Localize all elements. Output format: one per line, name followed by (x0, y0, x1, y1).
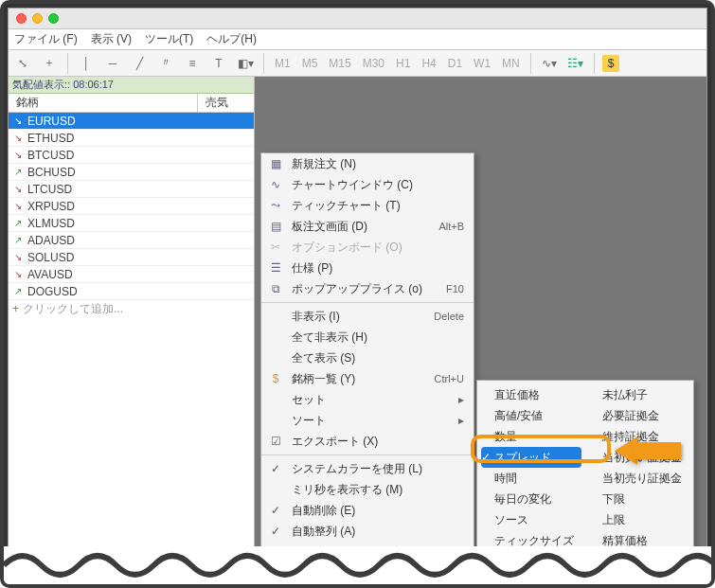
tf-m30[interactable]: M30 (360, 57, 387, 70)
sub-daily-change[interactable]: 毎日の変化 (477, 489, 585, 509)
ctx-sort[interactable]: ソート ▸ (261, 410, 474, 431)
tf-m1[interactable]: M1 (272, 57, 294, 70)
symbol-row-bchusd[interactable]: ↗BCHUSD (9, 164, 254, 181)
cursor-icon[interactable]: ⤡ (12, 53, 33, 74)
symbol-row-ethusd[interactable]: ↘ETHUSD (9, 130, 254, 147)
zoom-icon[interactable] (48, 13, 59, 24)
spec-icon: ☰ (267, 261, 284, 275)
text-icon[interactable]: T (208, 53, 229, 74)
channel-icon[interactable]: 〃 (155, 53, 176, 74)
vline-icon[interactable]: │ (76, 53, 97, 74)
sub-accrued-interest[interactable]: 未払利子 (585, 384, 693, 405)
sub-init-sell-label: 当初売り証拠金 (602, 471, 682, 487)
ctx-depth[interactable]: ▤ 板注文画面 (D) Alt+B (261, 216, 474, 237)
dollar-button[interactable]: $ (602, 55, 620, 72)
sub-init-sell-margin[interactable]: 当初売り証拠金 (585, 468, 693, 489)
symbol-row-xlmusd[interactable]: ↗XLMUSD (9, 215, 254, 232)
menu-view[interactable]: 表示 (V) (91, 31, 132, 47)
sub-upper-limit[interactable]: 上限 (585, 509, 693, 530)
symbol-row-xrpusd[interactable]: ↘XRPUSD (9, 198, 254, 215)
symbol-name: BTCUSD (27, 149, 74, 162)
menu-tools[interactable]: ツール(T) (145, 31, 193, 47)
ctx-spec[interactable]: ☰ 仕様 (P) (261, 258, 474, 278)
tf-d1[interactable]: D1 (445, 57, 465, 70)
symbol-row-solusd[interactable]: ↘SOLUSD (9, 249, 254, 266)
minimize-icon[interactable] (32, 13, 43, 24)
arrow-down-icon: ↘ (12, 201, 24, 211)
fibo-icon[interactable]: ≡ (182, 53, 203, 74)
ctx-showms-label: ミリ秒を表示する (M) (292, 482, 464, 498)
symbol-row-avausd[interactable]: ↘AVAUSD (9, 266, 254, 283)
symbol-row-ltcusd[interactable]: ↘LTCUSD (9, 181, 254, 198)
indicator-icon[interactable]: ☷▾ (565, 53, 586, 74)
ctx-symbol-list[interactable]: $ 銘柄一覧 (Y) Ctrl+U (261, 368, 474, 389)
sub-volume-label: 数量 (494, 429, 517, 445)
objects-icon[interactable]: ◧▾ (235, 53, 256, 74)
add-symbol-label: クリックして追加... (23, 301, 123, 317)
trendline-icon[interactable]: ╱ (129, 53, 150, 74)
crosshair-icon[interactable]: ＋ (39, 53, 60, 74)
ctx-export[interactable]: ☑ エクスポート (X) (261, 431, 474, 452)
tf-h1[interactable]: H1 (393, 57, 413, 70)
arrow-up-icon: ↗ (12, 235, 24, 245)
ctx-depth-accel: Alt+B (438, 221, 464, 232)
hline-icon[interactable]: ─ (102, 53, 123, 74)
ctx-hide[interactable]: 非表示 (I) Delete (261, 306, 474, 327)
close-icon[interactable] (16, 13, 27, 24)
ctx-set[interactable]: セット ▸ (261, 389, 474, 410)
ctx-set-label: セット (292, 392, 451, 408)
sub-required-margin[interactable]: 必要証拠金 (585, 405, 693, 426)
sub-time[interactable]: 時間 (477, 468, 585, 489)
ctx-new-order[interactable]: ▦ 新規注文 (N) (261, 153, 474, 174)
tf-m15[interactable]: M15 (326, 57, 353, 70)
ctx-autodelete-label: 自動削除 (E) (292, 503, 464, 519)
symbol-name: LTCUSD (27, 183, 72, 196)
tick-chart-icon: ⤳ (267, 199, 284, 212)
sub-lower-label: 下限 (602, 491, 625, 508)
ctx-popup-price[interactable]: ⧉ ポップアッププライス (o) F10 (261, 278, 474, 299)
tf-mn[interactable]: MN (499, 57, 523, 70)
ctx-sort-label: ソート (292, 413, 451, 429)
sub-source[interactable]: ソース (477, 509, 585, 530)
column-header: 銘柄 売気 (9, 94, 254, 113)
col-bid[interactable]: 売気 (198, 94, 254, 112)
ctx-chart-window-label: チャートウインドウ (C) (292, 177, 464, 193)
arrow-down-icon: ↘ (12, 150, 24, 160)
ctx-show-ms[interactable]: ミリ秒を表示する (M) (261, 479, 474, 500)
ctx-auto-delete[interactable]: ✓ 自動削除 (E) (261, 500, 474, 521)
ctx-auto-arrange[interactable]: ✓ 自動整列 (A) (261, 521, 474, 542)
arrow-down-icon: ↘ (12, 252, 24, 262)
linechart-icon[interactable]: ∿▾ (539, 53, 560, 74)
sub-high-low-label: 高値/安値 (494, 408, 543, 424)
add-symbol-row[interactable]: +クリックして追加... (9, 300, 254, 317)
sub-last-price[interactable]: 直近価格 (477, 384, 585, 405)
symbol-row-adausd[interactable]: ↗ADAUSD (9, 232, 254, 249)
sub-last-price-label: 直近価格 (494, 387, 540, 403)
chevron-right-icon: ▸ (458, 414, 464, 427)
ctx-use-system-color[interactable]: ✓ システムカラーを使用 (L) (261, 458, 474, 479)
ctx-hide-all[interactable]: 全て非表示 (H) (261, 327, 474, 347)
sub-spread[interactable]: ✓スプレッド (481, 447, 581, 468)
symbol-row-dogusd[interactable]: ↗DOGUSD (9, 283, 254, 300)
symbol-row-btcusd[interactable]: ↘BTCUSD (9, 147, 254, 164)
tf-m5[interactable]: M5 (299, 57, 321, 70)
tf-h4[interactable]: H4 (419, 57, 438, 70)
check-icon: ✓ (267, 462, 284, 475)
arrow-down-icon: ↘ (12, 184, 24, 194)
depth-icon: ▤ (267, 220, 284, 233)
ctx-option-board[interactable]: ✂ オプションボード (O) (261, 237, 474, 258)
sub-lower-limit[interactable]: 下限 (585, 489, 693, 509)
ctx-show-all[interactable]: 全て表示 (S) (261, 347, 474, 368)
tf-w1[interactable]: W1 (471, 57, 493, 70)
ctx-chart-window[interactable]: ∿ チャートウインドウ (C) (261, 174, 474, 195)
menu-file[interactable]: ファイル (F) (14, 31, 78, 47)
col-symbol[interactable]: 銘柄 (9, 94, 198, 112)
sub-time-label: 時間 (494, 471, 517, 487)
toolbar: ⤡ ＋ │ ─ ╱ 〃 ≡ T ◧▾ M1 M5 M15 M30 H1 H4 D… (9, 50, 706, 77)
menu-help[interactable]: ヘルプ(H) (206, 31, 257, 47)
sub-volume[interactable]: 数量 (477, 426, 585, 447)
symbol-row-eurusd[interactable]: ↘EURUSD (9, 113, 254, 130)
ctx-tick-chart[interactable]: ⤳ ティックチャート (T) (261, 195, 474, 216)
ctx-autoarrange-label: 自動整列 (A) (292, 524, 464, 540)
sub-high-low[interactable]: 高値/安値 (477, 405, 585, 426)
